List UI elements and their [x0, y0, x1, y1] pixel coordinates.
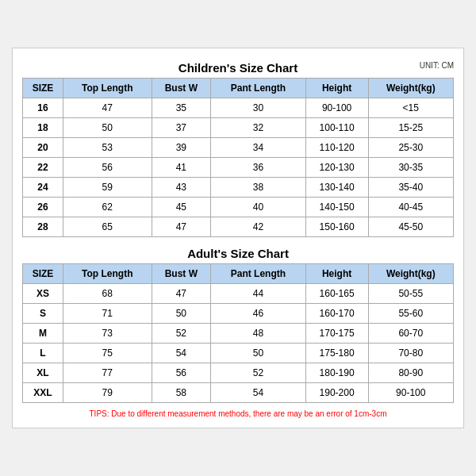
table-row: 26624540140-15040-45 — [23, 198, 454, 217]
table-cell: 130-140 — [305, 178, 368, 198]
table-cell: 42 — [211, 217, 306, 237]
table-cell: 45 — [152, 198, 211, 217]
table-row: 28654742150-16045-50 — [23, 217, 454, 237]
table-cell: 50 — [211, 344, 306, 363]
table-cell: 26 — [23, 198, 63, 217]
children-col-height: Height — [305, 79, 368, 98]
table-cell: 40-45 — [368, 198, 453, 217]
table-cell: S — [23, 304, 63, 324]
table-cell: 160-165 — [305, 284, 368, 304]
table-cell: XXL — [23, 383, 63, 403]
table-cell: 170-175 — [305, 324, 368, 344]
table-cell: 56 — [63, 158, 152, 178]
table-cell: 54 — [152, 344, 211, 363]
chart-container: Children's Size Chart UNIT: CM SIZE Top … — [12, 48, 464, 428]
adults-col-height: Height — [305, 264, 368, 284]
children-col-size: SIZE — [23, 79, 63, 98]
table-cell: 120-130 — [305, 158, 368, 178]
table-cell: 18 — [23, 118, 63, 138]
table-row: S715046160-17055-60 — [23, 304, 454, 324]
table-cell: 20 — [23, 138, 63, 158]
children-col-weight: Weight(kg) — [368, 79, 453, 98]
table-cell: 79 — [63, 383, 152, 403]
table-row: L755450175-18070-80 — [23, 344, 454, 363]
table-cell: 47 — [63, 98, 152, 118]
table-cell: 45-50 — [368, 217, 453, 237]
table-cell: 30-35 — [368, 158, 453, 178]
children-table-header: SIZE Top Length Bust W Pant Length Heigh… — [23, 79, 454, 98]
table-cell: 37 — [152, 118, 211, 138]
table-row: XS684744160-16550-55 — [23, 284, 454, 304]
table-cell: 56 — [152, 363, 211, 383]
children-table-body: 1647353090-100<1518503732100-11015-25205… — [23, 98, 454, 237]
table-cell: 54 — [211, 383, 306, 403]
adults-col-weight: Weight(kg) — [368, 264, 453, 284]
table-row: 1647353090-100<15 — [23, 98, 454, 118]
table-cell: 73 — [63, 324, 152, 344]
table-cell: 39 — [152, 138, 211, 158]
table-cell: 52 — [152, 324, 211, 344]
table-cell: 40 — [211, 198, 306, 217]
table-cell: 110-120 — [305, 138, 368, 158]
table-cell: 52 — [211, 363, 306, 383]
table-cell: 90-100 — [368, 383, 453, 403]
table-cell: 35 — [152, 98, 211, 118]
adults-table: SIZE Top Length Bust W Pant Length Heigh… — [22, 263, 454, 403]
adults-table-header: SIZE Top Length Bust W Pant Length Heigh… — [23, 264, 454, 284]
table-cell: 47 — [152, 217, 211, 237]
table-cell: 180-190 — [305, 363, 368, 383]
table-cell: 30 — [211, 98, 306, 118]
table-cell: 48 — [211, 324, 306, 344]
adults-title: Adult's Size Chart — [187, 247, 289, 260]
table-cell: 16 — [23, 98, 63, 118]
table-row: 24594338130-14035-40 — [23, 178, 454, 198]
table-cell: 36 — [211, 158, 306, 178]
table-cell: 47 — [152, 284, 211, 304]
children-table: SIZE Top Length Bust W Pant Length Heigh… — [22, 78, 454, 237]
table-row: XXL795854190-20090-100 — [23, 383, 454, 403]
children-col-bustw: Bust W — [152, 79, 211, 98]
adults-table-body: XS684744160-16550-55S715046160-17055-60M… — [23, 284, 454, 403]
table-row: 18503732100-11015-25 — [23, 118, 454, 138]
table-cell: 77 — [63, 363, 152, 383]
adults-section-title: Adult's Size Chart — [22, 242, 454, 263]
table-cell: 160-170 — [305, 304, 368, 324]
table-row: 20533934110-12025-30 — [23, 138, 454, 158]
children-title: Children's Size Chart — [178, 61, 298, 75]
table-row: 22564136120-13030-35 — [23, 158, 454, 178]
table-cell: L — [23, 344, 63, 363]
unit-label: UNIT: CM — [420, 61, 454, 70]
table-cell: 55-60 — [368, 304, 453, 324]
table-cell: 100-110 — [305, 118, 368, 138]
tips-text: TIPS: Due to different measurement metho… — [22, 408, 454, 420]
table-cell: 24 — [23, 178, 63, 198]
table-cell: 50-55 — [368, 284, 453, 304]
table-cell: 28 — [23, 217, 63, 237]
table-cell: 60-70 — [368, 324, 453, 344]
table-cell: 46 — [211, 304, 306, 324]
table-cell: 150-160 — [305, 217, 368, 237]
table-cell: 68 — [63, 284, 152, 304]
table-cell: 70-80 — [368, 344, 453, 363]
adults-col-size: SIZE — [23, 264, 63, 284]
table-cell: 32 — [211, 118, 306, 138]
table-cell: M — [23, 324, 63, 344]
table-cell: 50 — [63, 118, 152, 138]
table-cell: 190-200 — [305, 383, 368, 403]
children-col-pantlength: Pant Length — [211, 79, 306, 98]
table-cell: 38 — [211, 178, 306, 198]
table-cell: 35-40 — [368, 178, 453, 198]
table-cell: 41 — [152, 158, 211, 178]
table-cell: XL — [23, 363, 63, 383]
table-cell: 44 — [211, 284, 306, 304]
adults-col-pantlength: Pant Length — [211, 264, 306, 284]
table-cell: 53 — [63, 138, 152, 158]
table-cell: 58 — [152, 383, 211, 403]
table-cell: XS — [23, 284, 63, 304]
table-row: M735248170-17560-70 — [23, 324, 454, 344]
table-cell: 59 — [63, 178, 152, 198]
table-cell: 90-100 — [305, 98, 368, 118]
table-cell: 22 — [23, 158, 63, 178]
table-cell: 34 — [211, 138, 306, 158]
table-cell: 65 — [63, 217, 152, 237]
